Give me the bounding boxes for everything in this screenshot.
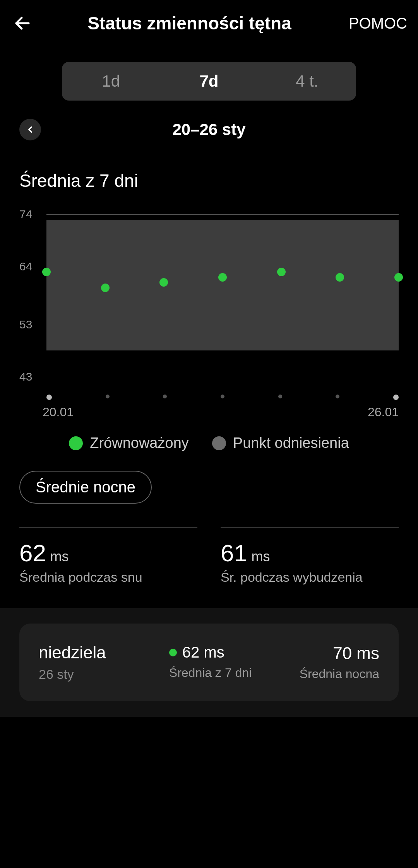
metric-label: Śr. podczas wybudzenia	[221, 570, 399, 585]
day-name: niedziela	[39, 643, 169, 662]
legend-label: Zrównoważony	[90, 435, 189, 451]
day-right: 70 ms Średnia nocna	[300, 644, 379, 681]
legend-dot-icon	[212, 436, 226, 450]
day-right-label: Średnia nocna	[300, 667, 379, 681]
y-tick: 74	[19, 208, 32, 221]
data-point	[101, 284, 110, 292]
reference-band	[46, 220, 399, 351]
day-left: niedziela 26 sty	[39, 643, 169, 682]
metric-unit: ms	[50, 548, 69, 564]
gridline	[46, 214, 399, 215]
metric-label: Średnia podczas snu	[19, 570, 197, 585]
segment-4t[interactable]: 4 t.	[258, 62, 356, 101]
day-mid-label: Średnia z 7 dni	[169, 665, 300, 681]
prev-period-button[interactable]	[19, 119, 41, 140]
legend-label: Punkt odniesienia	[233, 435, 349, 451]
chevron-left-icon	[25, 125, 35, 135]
pill-row: Średnie nocne	[0, 467, 418, 527]
app-header: Status zmienności tętna POMOC	[0, 0, 418, 46]
metric-wake-avg: 61 ms Śr. podczas wybudzenia	[221, 527, 399, 585]
segment-7d[interactable]: 7d	[160, 62, 258, 101]
day-card-sunday[interactable]: niedziela 26 sty 62 ms Średnia z 7 dni 7…	[19, 624, 399, 701]
avg-title: Średnia z 7 dni	[0, 147, 418, 207]
y-tick: 43	[19, 370, 32, 383]
range-segmented: 1d 7d 4 t.	[62, 62, 356, 101]
back-button[interactable]	[11, 12, 34, 35]
date-range-label: 20–26 sty	[15, 120, 403, 139]
data-point	[336, 273, 344, 282]
night-averages-button[interactable]: Średnie nocne	[19, 471, 152, 504]
x-axis-dots	[46, 395, 399, 400]
data-point	[42, 268, 51, 276]
x-tick-dot	[336, 395, 339, 398]
hrv-chart: 74 64 53 43 20.01 26.01	[19, 207, 399, 423]
x-tick-dot	[221, 395, 224, 398]
day-date: 26 sty	[39, 667, 169, 682]
y-tick: 53	[19, 318, 32, 331]
segment-1d[interactable]: 1d	[62, 62, 160, 101]
range-segmented-wrap: 1d 7d 4 t.	[0, 46, 418, 112]
help-button[interactable]: POMOC	[349, 15, 407, 32]
data-point	[159, 278, 168, 287]
x-axis-labels: 20.01 26.01	[43, 405, 399, 419]
x-tick-dot	[46, 395, 52, 400]
day-mid-value: 62 ms	[182, 644, 224, 661]
metrics-row: 62 ms Średnia podczas snu 61 ms Śr. podc…	[0, 527, 418, 608]
x-tick-dot	[163, 395, 167, 398]
day-mid: 62 ms Średnia z 7 dni	[169, 644, 300, 681]
arrow-left-icon	[13, 14, 32, 32]
data-point	[394, 273, 403, 282]
x-tick-dot	[278, 395, 282, 398]
metric-value: 62	[19, 539, 46, 567]
x-tick-dot	[393, 395, 399, 400]
gridline	[46, 377, 399, 377]
chart-plot-area	[46, 214, 399, 377]
date-nav: 20–26 sty	[0, 112, 418, 147]
x-label-left: 20.01	[43, 405, 74, 419]
y-tick: 64	[19, 260, 32, 273]
x-label-right: 26.01	[368, 405, 399, 419]
day-right-value: 70 ms	[300, 644, 379, 663]
metric-value: 61	[221, 539, 247, 567]
legend-item-balanced: Zrównoważony	[69, 435, 189, 451]
legend-dot-icon	[69, 436, 83, 450]
page-title: Status zmienności tętna	[34, 13, 349, 34]
metric-unit: ms	[251, 548, 270, 564]
metric-sleep-avg: 62 ms Średnia podczas snu	[19, 527, 197, 585]
status-dot-icon	[169, 649, 177, 656]
legend-item-reference: Punkt odniesienia	[212, 435, 349, 451]
x-tick-dot	[106, 395, 110, 398]
day-list-section: niedziela 26 sty 62 ms Średnia z 7 dni 7…	[0, 608, 418, 717]
chart-legend: Zrównoważony Punkt odniesienia	[0, 431, 418, 467]
data-point	[218, 273, 227, 282]
data-point	[277, 268, 286, 276]
